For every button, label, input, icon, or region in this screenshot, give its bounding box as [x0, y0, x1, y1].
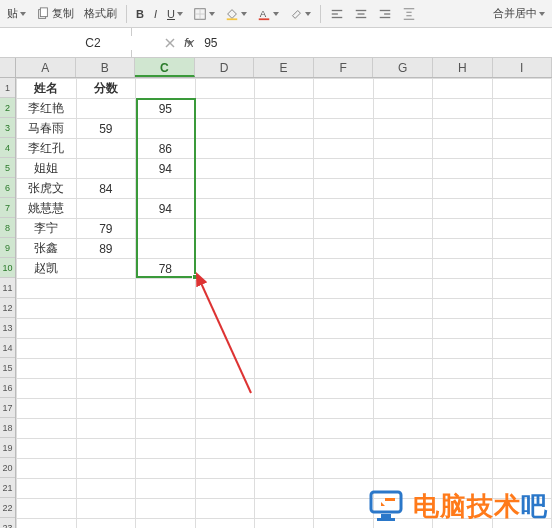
cell[interactable]: [492, 279, 551, 299]
cell[interactable]: [373, 399, 432, 419]
cell[interactable]: [255, 319, 314, 339]
cell[interactable]: [492, 159, 551, 179]
cell[interactable]: 59: [76, 119, 136, 139]
cell[interactable]: [373, 439, 432, 459]
cell[interactable]: [195, 219, 254, 239]
cell[interactable]: [76, 359, 136, 379]
cell[interactable]: [433, 259, 492, 279]
cell[interactable]: 姚慧慧: [17, 199, 77, 219]
cell[interactable]: [17, 339, 77, 359]
row-header-23[interactable]: 23: [0, 518, 15, 528]
cell[interactable]: [17, 379, 77, 399]
cell[interactable]: [255, 99, 314, 119]
cell[interactable]: [433, 379, 492, 399]
cell[interactable]: [433, 79, 492, 99]
italic-button[interactable]: I: [151, 6, 160, 22]
cell[interactable]: [136, 399, 196, 419]
cell[interactable]: [314, 439, 373, 459]
format-painter-button[interactable]: 格式刷: [81, 4, 120, 23]
clear-button[interactable]: [286, 5, 314, 23]
cell[interactable]: [255, 359, 314, 379]
cell[interactable]: [314, 159, 373, 179]
cell[interactable]: [195, 439, 254, 459]
cell[interactable]: [76, 199, 136, 219]
cell[interactable]: [373, 279, 432, 299]
cell[interactable]: [76, 339, 136, 359]
cell[interactable]: [314, 479, 373, 499]
cell[interactable]: [136, 499, 196, 519]
row-header-17[interactable]: 17: [0, 398, 15, 418]
cell[interactable]: [136, 279, 196, 299]
cell[interactable]: [314, 359, 373, 379]
cell[interactable]: [76, 419, 136, 439]
column-header-B[interactable]: B: [76, 58, 136, 77]
cell[interactable]: [136, 419, 196, 439]
row-header-13[interactable]: 13: [0, 318, 15, 338]
cell[interactable]: [195, 339, 254, 359]
fx-label[interactable]: fx: [184, 35, 194, 50]
cell[interactable]: [195, 299, 254, 319]
cell[interactable]: [255, 219, 314, 239]
column-header-C[interactable]: C: [135, 58, 195, 77]
cell[interactable]: [314, 219, 373, 239]
cell[interactable]: [136, 219, 196, 239]
cell[interactable]: [314, 399, 373, 419]
row-header-2[interactable]: 2: [0, 98, 15, 118]
row-header-8[interactable]: 8: [0, 218, 15, 238]
cell[interactable]: [195, 359, 254, 379]
cell[interactable]: [373, 119, 432, 139]
cell[interactable]: [136, 239, 196, 259]
cell[interactable]: [195, 259, 254, 279]
cell[interactable]: 张虎文: [17, 179, 77, 199]
cell[interactable]: [195, 99, 254, 119]
cell[interactable]: [17, 419, 77, 439]
cell[interactable]: [433, 239, 492, 259]
align-left-button[interactable]: [327, 5, 347, 23]
cell[interactable]: 李宁: [17, 219, 77, 239]
cell[interactable]: [314, 139, 373, 159]
cell[interactable]: [17, 499, 77, 519]
cell[interactable]: 94: [136, 199, 196, 219]
cell[interactable]: [195, 319, 254, 339]
cell[interactable]: [314, 319, 373, 339]
cell[interactable]: [17, 519, 77, 529]
row-header-18[interactable]: 18: [0, 418, 15, 438]
cell[interactable]: [195, 79, 254, 99]
cell[interactable]: [492, 319, 551, 339]
cell[interactable]: [195, 379, 254, 399]
cell[interactable]: [255, 399, 314, 419]
cell[interactable]: [433, 439, 492, 459]
row-header-15[interactable]: 15: [0, 358, 15, 378]
cell[interactable]: [255, 79, 314, 99]
cell[interactable]: [255, 339, 314, 359]
column-header-A[interactable]: A: [16, 58, 76, 77]
paste-button[interactable]: 贴: [4, 4, 29, 23]
cell[interactable]: [492, 459, 551, 479]
cell[interactable]: [76, 399, 136, 419]
cell[interactable]: [433, 279, 492, 299]
bold-button[interactable]: B: [133, 6, 147, 22]
cell[interactable]: [433, 339, 492, 359]
row-header-19[interactable]: 19: [0, 438, 15, 458]
cell[interactable]: [492, 119, 551, 139]
cell[interactable]: [195, 239, 254, 259]
cell[interactable]: [492, 439, 551, 459]
row-header-22[interactable]: 22: [0, 498, 15, 518]
cell[interactable]: [255, 119, 314, 139]
cell[interactable]: 79: [76, 219, 136, 239]
cell[interactable]: [433, 119, 492, 139]
cell[interactable]: [314, 79, 373, 99]
cell[interactable]: [373, 379, 432, 399]
cell[interactable]: [136, 179, 196, 199]
cell[interactable]: [255, 199, 314, 219]
row-header-5[interactable]: 5: [0, 158, 15, 178]
cell[interactable]: [195, 119, 254, 139]
valign-button[interactable]: [399, 5, 419, 23]
cell[interactable]: [195, 179, 254, 199]
cell[interactable]: [373, 259, 432, 279]
cell[interactable]: [433, 319, 492, 339]
cell[interactable]: [136, 299, 196, 319]
cell[interactable]: [255, 139, 314, 159]
cell[interactable]: [136, 479, 196, 499]
cell[interactable]: [314, 279, 373, 299]
